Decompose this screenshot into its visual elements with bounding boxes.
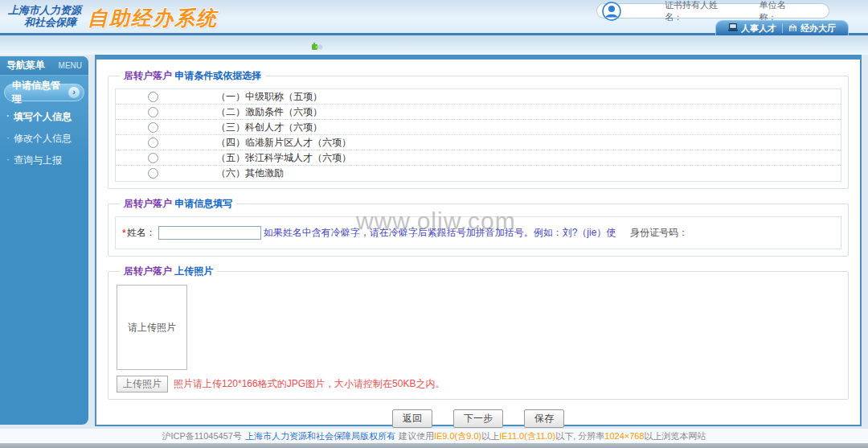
app-logo: 上海市人力资源 和社会保障 自助经办系统 <box>8 4 218 31</box>
footer-suffix: 以上浏览本网站 <box>645 431 706 441</box>
sidebar-item-query-report[interactable]: · 查询与上报 <box>0 150 88 171</box>
logo-line1: 上海市人力资源 <box>8 4 81 16</box>
logo-accent: 自助经办系统 <box>88 5 218 31</box>
personnel-icon <box>728 23 738 33</box>
user-icon <box>602 2 621 21</box>
bullet-icon: · <box>6 132 10 146</box>
upload-photo-button[interactable]: 上传照片 <box>117 376 168 393</box>
section-upload-photo: 居转户落户 上传照片 请上传照片 上传照片 照片请上传120*166格式的JPG… <box>108 265 849 400</box>
radio-option-1[interactable] <box>148 92 158 102</box>
tab-personnel-label: 人事人才 <box>741 23 776 35</box>
sub-header-strip <box>0 35 868 55</box>
plugin-icon <box>312 40 323 49</box>
condition-option-row: （五）张江科学城人才（六项） <box>116 150 841 166</box>
section1-title-prefix: 居转户落户 <box>124 70 172 81</box>
photo-upload-box[interactable]: 请上传照片 <box>117 285 187 370</box>
sidebar-item-label: 填写个人信息 <box>14 110 72 124</box>
footer-mid2: 以下, 分辨率 <box>555 431 604 441</box>
section2-title: 申请信息填写 <box>174 198 232 209</box>
condition-option-row: （三）科创人才（六项） <box>116 120 841 135</box>
sidebar-menu-list: · 填写个人信息 · 修改个人信息 · 查询与上报 <box>0 106 88 171</box>
sidebar: 导航菜单 MENU 申请信息管理 › · 填写个人信息 · 修改个人信息 · 查… <box>0 56 88 425</box>
cert-holder-label: 证书持有人姓名： <box>665 0 722 23</box>
photo-hint: 照片请上传120*166格式的JPG图片，大小请控制在50KB之内。 <box>174 377 444 391</box>
section2-title-prefix: 居转户落户 <box>124 198 172 209</box>
section1-title: 申请条件或依据选择 <box>174 70 261 81</box>
sidebar-item-modify-personal-info[interactable]: · 修改个人信息 <box>0 128 88 150</box>
radio-option-6[interactable] <box>148 168 158 179</box>
header-tabs: 人事人才 经办大厅 <box>715 20 849 35</box>
section1-legend: 居转户落户 申请条件或依据选择 <box>120 69 265 83</box>
save-button[interactable]: 保存 <box>524 409 564 428</box>
footer-suggestion: 建议使用IE9.0(含9.0)以上IE11.0(含11.0)以下, 分辨率102… <box>399 430 706 442</box>
option-label: （三）科创人才（六项） <box>216 121 322 134</box>
footer-mid1: 以上 <box>481 431 499 441</box>
sidebar-item-fill-personal-info[interactable]: · 填写个人信息 <box>0 106 88 128</box>
sidebar-item-label: 修改个人信息 <box>14 132 72 146</box>
condition-option-row: （六）其他激励 <box>116 166 841 181</box>
logo-text: 上海市人力资源 和社会保障 <box>8 4 81 28</box>
condition-option-row: （四）临港新片区人才（六项） <box>116 135 841 150</box>
next-button[interactable]: 下一步 <box>453 409 503 428</box>
section3-legend: 居转户落户 上传照片 <box>120 265 217 278</box>
required-mark: * <box>122 228 126 239</box>
condition-option-row: （一）中级职称（五项） <box>116 89 841 105</box>
option-label: （五）张江科学城人才（六项） <box>216 151 351 165</box>
option-label: （一）中级职称（五项） <box>216 90 322 104</box>
section-apply-conditions: 居转户落户 申请条件或依据选择 （一）中级职称（五项） （二）激励条件（六项） … <box>108 69 849 189</box>
radio-option-3[interactable] <box>148 122 158 133</box>
sidebar-title: 导航菜单 <box>6 59 45 72</box>
section3-title: 上传照片 <box>174 265 213 277</box>
logo-line2: 和社会保障 <box>8 16 81 28</box>
upload-row: 上传照片 照片请上传120*166格式的JPG图片，大小请控制在50KB之内。 <box>117 376 841 393</box>
section2-legend: 居转户落户 申请信息填写 <box>120 197 236 211</box>
bullet-icon: · <box>6 110 10 124</box>
name-hint: 如果姓名中含有冷僻字，请在冷僻字后紧跟括号加拼音加括号。例如：刘?（jie）使 <box>264 226 616 240</box>
bullet-icon: · <box>6 154 10 167</box>
user-status-bar: 证书持有人姓名： 单位名称： <box>596 3 829 18</box>
footer-ie-max: IE11.0(含11.0) <box>499 431 555 441</box>
name-label: 姓名： <box>127 226 156 240</box>
main-panel: 居转户落户 申请条件或依据选择 （一）中级职称（五项） （二）激励条件（六项） … <box>95 55 862 426</box>
name-form-row: * 姓名： 如果姓名中含有冷僻字，请在冷僻字后紧跟括号加拼音加括号。例如：刘?（… <box>115 216 841 249</box>
footer-resolution: 1024×768 <box>604 431 644 441</box>
sidebar-group-application-info[interactable]: 申请信息管理 › <box>4 84 84 101</box>
action-buttons: 返回 下一步 保存 <box>108 409 849 428</box>
top-header: 上海市人力资源 和社会保障 自助经办系统 证书持有人姓名： 单位名称： <box>0 0 868 35</box>
unit-value <box>798 6 829 15</box>
bottom-strip <box>0 443 868 448</box>
sidebar-menu-en: MENU <box>59 61 82 70</box>
radio-option-5[interactable] <box>148 153 158 163</box>
option-label: （二）激励条件（六项） <box>216 105 322 119</box>
option-label: （六）其他激励 <box>216 166 284 180</box>
sidebar-header: 导航菜单 MENU <box>0 56 88 76</box>
condition-options-box: （一）中级职称（五项） （二）激励条件（六项） （三）科创人才（六项） （四）临… <box>115 88 841 182</box>
footer-ie-min: IE9.0(含9.0) <box>434 431 481 441</box>
cert-holder-value <box>725 6 755 15</box>
chevron-right-icon: › <box>68 87 80 98</box>
footer-suggest-prefix: 建议使用 <box>399 431 434 441</box>
back-button[interactable]: 返回 <box>392 409 432 428</box>
id-number-label: 身份证号码： <box>630 226 688 240</box>
tab-personnel-talent[interactable]: 人事人才 <box>723 23 782 35</box>
sidebar-group-label: 申请信息管理 <box>12 79 68 106</box>
section3-title-prefix: 居转户落户 <box>124 265 172 277</box>
tab-hall-label: 经办大厅 <box>800 23 836 35</box>
radio-option-2[interactable] <box>148 107 158 117</box>
footer-icp: 沪ICP备11045457号 <box>162 430 241 442</box>
sidebar-item-label: 查询与上报 <box>14 154 62 167</box>
name-input[interactable] <box>158 226 261 240</box>
section-apply-info: 居转户落户 申请信息填写 * 姓名： 如果姓名中含有冷僻字，请在冷僻字后紧跟括号… <box>108 197 849 257</box>
radio-option-4[interactable] <box>148 138 158 148</box>
option-label: （四）临港新片区人才（六项） <box>216 136 351 150</box>
condition-option-row: （二）激励条件（六项） <box>116 105 841 120</box>
footer: 沪ICP备11045457号 上海市人力资源和社会保障局版权所有 建议使用IE9… <box>0 429 868 443</box>
hall-icon <box>788 23 797 33</box>
footer-copyright-link[interactable]: 上海市人力资源和社会保障局版权所有 <box>245 430 395 442</box>
tab-service-hall[interactable]: 经办大厅 <box>783 23 841 35</box>
